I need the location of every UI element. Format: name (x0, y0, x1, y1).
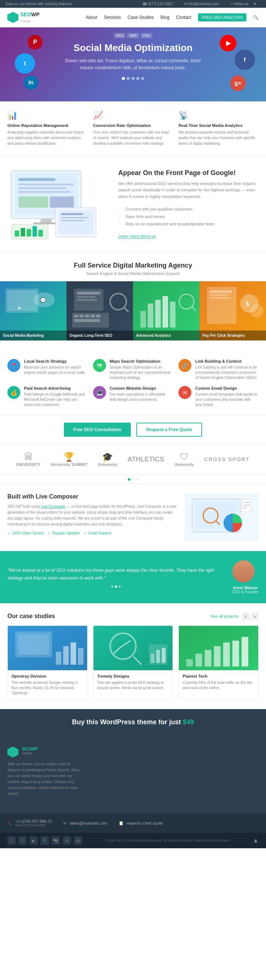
logo: SEOWP THEME (7, 11, 40, 23)
buy-section: Buy this WordPress theme for just $49 (0, 709, 266, 737)
social-pinterest[interactable]: P (41, 837, 49, 845)
case-prev-button[interactable]: ‹ (242, 612, 249, 620)
svg-rect-31 (77, 299, 97, 301)
nav-case-studies[interactable]: Case Studies (127, 15, 154, 20)
top-bar-phone: ☎ (877) 123-4567 (142, 2, 177, 6)
email-desc: Custom email templates that speak to you… (195, 392, 259, 407)
svg-rect-68 (18, 634, 49, 655)
testimonial-name: Irene Warner (233, 585, 259, 590)
case-card-2[interactable]: Tremely Designs This site applies a smar… (93, 625, 173, 700)
about-content: Appear On the Front Page of Google! We o… (118, 169, 259, 239)
case-card-3[interactable]: Plainist Tech Currently 65% of the total… (179, 625, 259, 700)
nav-blog[interactable]: Blog (161, 15, 169, 20)
svg-rect-79 (162, 648, 166, 663)
about-description: We offer professional SEO services that … (118, 181, 259, 200)
hero-title: Social Media Optimization (11, 42, 255, 54)
footer-tagline: With our theme, you no longer need to de… (7, 761, 81, 797)
free-quote-button[interactable]: Request a Free Quote (136, 423, 202, 437)
dot-4[interactable] (136, 77, 139, 80)
phone-icon: 📞 (7, 821, 13, 826)
svg-text:💬: 💬 (40, 297, 46, 304)
social-instagram[interactable]: 📷 (52, 837, 60, 845)
social-facebook[interactable]: f (7, 837, 16, 845)
social-twitter[interactable]: t (19, 837, 27, 845)
case-card-1[interactable]: Opentray Division This website achieved … (7, 625, 87, 700)
agency-subtitle: Search Engine & Social Media Optimizatio… (7, 271, 259, 276)
quote-icon: 📋 (119, 821, 124, 826)
svg-rect-86 (233, 641, 239, 667)
service-seo[interactable]: Organic Long-Term SEO (66, 281, 133, 340)
service-analytics[interactable]: Advanced Analytics (133, 281, 200, 340)
case-next-button[interactable]: › (251, 612, 259, 620)
feature-reputation: 📊 Online Reputation Management Analyzing… (7, 111, 87, 146)
see-all-link[interactable]: See all projects (211, 614, 238, 619)
dot-2[interactable] (127, 77, 130, 80)
feature-conversion-title: Conversion Rate Optimization (93, 123, 173, 128)
tdot-2[interactable] (115, 585, 117, 588)
footer-email[interactable]: ✉ sales@example.com (63, 819, 107, 827)
web-design-desc: Our team specializes in affordable web d… (110, 392, 173, 402)
case1-illustration (8, 626, 87, 670)
service-ppc[interactable]: $ Pay Per Click Strategies (200, 281, 266, 340)
service-social-media[interactable]: 💬 ▶ Social Media Marketing (0, 281, 66, 340)
tdot-1[interactable] (111, 585, 113, 588)
badge-seo: SEO (114, 33, 125, 38)
local-search-icon: 📍 (7, 359, 20, 372)
learn-more-link[interactable]: Learn more about us (118, 234, 156, 239)
case2-illustration (93, 626, 173, 670)
social-vk[interactable]: vk (74, 837, 82, 845)
svg-rect-20 (38, 230, 43, 237)
search-icon[interactable]: 🔍 (253, 15, 259, 20)
cta-section: Free SEO Consultation Request a Free Quo… (0, 415, 266, 444)
svg-rect-30 (77, 296, 95, 298)
email-design: ✉ Custom Email Design Custom email templ… (179, 386, 259, 407)
testimonial-avatar (233, 560, 255, 582)
badge-updates: Regular Updates (48, 531, 80, 535)
nav-about[interactable]: About (86, 15, 97, 20)
case3-illustration (179, 626, 259, 670)
dot-1[interactable] (122, 77, 125, 80)
live-composer-content: Built with Live Composer SEO WP built us… (7, 493, 177, 541)
nav-services[interactable]: Services (104, 15, 121, 20)
top-bar-follow[interactable]: ↗ follow us ▼ (230, 2, 257, 6)
client-logo-2: 🏆 University SUMMIT (51, 452, 87, 467)
free-consultation-button[interactable]: Free SEO Consultation (64, 423, 131, 437)
svg-rect-3 (19, 184, 74, 185)
maps-optimization: 🗺 Maps Search Optimization Google Maps O… (93, 359, 173, 380)
link-title: Link Building & Content (195, 359, 259, 363)
web-design-icon: 💻 (93, 386, 106, 399)
svg-rect-12 (61, 213, 83, 215)
pinterest-bubble: P (28, 35, 43, 49)
svg-rect-44 (155, 300, 161, 328)
svg-rect-81 (186, 659, 193, 667)
case-title-3: Plainist Tech (182, 674, 255, 678)
social-linkedin[interactable]: in (63, 837, 71, 845)
svg-rect-43 (148, 304, 153, 328)
conversion-icon: 📈 (93, 111, 173, 120)
case-desc-2: This site applies a smart SEO strategy t… (97, 680, 169, 690)
svg-rect-5 (19, 191, 70, 193)
paid-search-desc: Paid listings on Google AdWords and Micr… (24, 392, 87, 407)
email-title: Custom Email Design (195, 386, 259, 390)
svg-rect-83 (205, 650, 211, 667)
scroll-to-top-button[interactable]: ▲ (253, 837, 259, 844)
tdot-3[interactable] (119, 585, 121, 588)
nav-contact[interactable]: Contact (176, 15, 192, 20)
svg-rect-33 (74, 315, 78, 318)
avatar-image (233, 560, 255, 582)
dot-3[interactable] (131, 77, 135, 80)
svg-rect-70 (63, 646, 69, 665)
about-title: Appear On the Front Page of Google! (118, 169, 259, 177)
live-composer-link[interactable]: Live Composer (41, 504, 65, 509)
social-youtube[interactable]: ▶ (30, 837, 38, 845)
free-seo-analysis-button[interactable]: FREE SEO ANALYSIS (198, 13, 246, 21)
footer-quote-link[interactable]: 📋 request a free quote (119, 819, 163, 827)
linkedin-bubble: in (24, 75, 38, 89)
dot-5[interactable] (141, 77, 144, 80)
svg-rect-78 (156, 650, 160, 663)
svg-rect-19 (33, 226, 37, 237)
case-image-2 (93, 626, 173, 670)
buy-text: Buy this WordPress theme for just $49 (7, 718, 259, 726)
client-logo-1: 🏛 UNIVERSITY (16, 452, 41, 467)
hero-dots (11, 77, 255, 80)
